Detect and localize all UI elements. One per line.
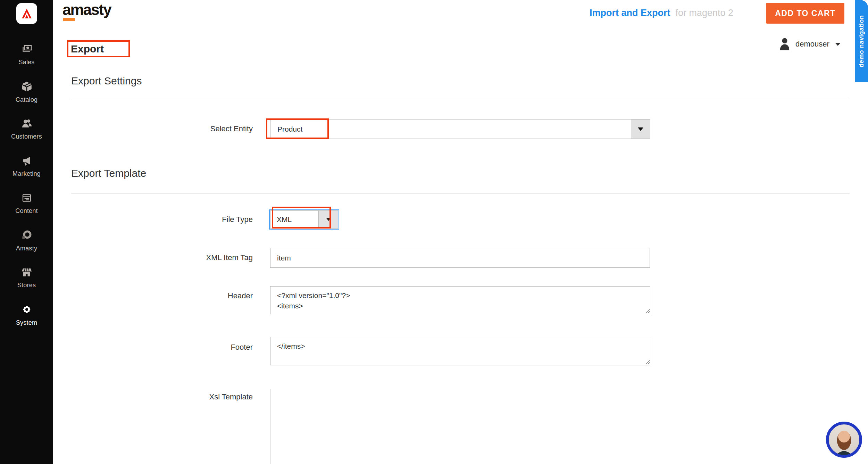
sidebar-item-marketing[interactable]: Marketing: [0, 148, 53, 185]
field-label-xsl-template: Xsl Template: [132, 392, 253, 402]
sidebar-item-catalog[interactable]: Catalog: [0, 73, 53, 110]
sales-icon: [21, 44, 33, 56]
field-label-header: Header: [132, 291, 253, 301]
amasty-icon: [20, 229, 33, 242]
user-menu[interactable]: demouser: [779, 37, 841, 51]
footer-textarea[interactable]: </items>: [270, 337, 650, 365]
sidebar-menu: Sales Catalog Cu: [0, 36, 53, 333]
file-type-value: XML: [277, 211, 292, 228]
user-icon: [779, 38, 790, 50]
sidebar-item-label: Amasty: [16, 245, 37, 252]
customers-icon: [20, 118, 33, 131]
sidebar-item-label: Catalog: [16, 96, 37, 103]
amasty-logo-underline: [63, 18, 75, 21]
field-label-footer: Footer: [132, 342, 253, 352]
field-label-xml-item-tag: XML Item Tag: [132, 253, 253, 263]
sidebar-item-system[interactable]: System: [0, 296, 53, 333]
sidebar-item-label: Content: [15, 207, 37, 215]
sidebar-item-content[interactable]: Content: [0, 185, 53, 222]
adobe-logo[interactable]: [16, 3, 37, 24]
system-gear-icon: [21, 304, 33, 317]
field-label-select-entity: Select Entity: [132, 124, 253, 134]
sidebar-item-sales[interactable]: Sales: [0, 36, 53, 73]
sidebar-item-label: Sales: [18, 59, 34, 66]
amasty-logo-text: amasty: [62, 1, 111, 18]
section-heading-export-settings: Export Settings: [71, 75, 142, 87]
xml-item-tag-input[interactable]: [270, 248, 650, 268]
page-title-box: Export: [68, 41, 130, 57]
sidebar-item-customers[interactable]: Customers: [0, 110, 53, 148]
stores-icon: [21, 267, 33, 279]
page-title: Export: [71, 43, 104, 55]
chevron-down-icon: [638, 127, 643, 131]
section-heading-export-template: Export Template: [71, 167, 146, 179]
select-entity-arrow-button[interactable]: [631, 119, 650, 139]
chevron-down-icon: [835, 43, 841, 46]
chat-avatar[interactable]: [826, 422, 862, 458]
file-type-arrow-button[interactable]: [318, 211, 338, 228]
marketing-icon: [21, 155, 33, 168]
sidebar-item-label: Stores: [17, 282, 36, 289]
sidebar-item-stores[interactable]: Stores: [0, 259, 53, 296]
demo-navigation-tab[interactable]: demo navigation: [855, 0, 868, 82]
add-to-cart-button[interactable]: ADD TO CART: [766, 3, 844, 24]
section-divider: [71, 193, 850, 193]
sidebar-item-label: System: [16, 319, 37, 326]
field-label-file-type: File Type: [132, 215, 253, 224]
chevron-down-icon: [326, 218, 331, 221]
sidebar-item-label: Marketing: [12, 170, 41, 177]
textarea-resize-handle[interactable]: [645, 308, 650, 313]
file-type-dropdown[interactable]: XML: [270, 210, 338, 229]
page-content: Export demouser Export Settings Select E…: [53, 32, 868, 464]
xsl-template-editor[interactable]: [270, 389, 650, 464]
product-name-link[interactable]: Import and Export: [590, 8, 670, 18]
section-divider: [71, 100, 850, 100]
top-header: amasty Import and Export for magento 2 A…: [53, 0, 868, 31]
product-headline: Import and Export for magento 2: [590, 8, 733, 18]
select-entity-dropdown[interactable]: Product: [270, 119, 650, 139]
amasty-logo[interactable]: amasty: [62, 2, 111, 21]
adobe-a-icon: [20, 7, 34, 20]
user-name: demouser: [795, 40, 829, 49]
product-suffix: for magento 2: [676, 8, 734, 18]
sidebar-item-amasty[interactable]: Amasty: [0, 222, 53, 259]
admin-sidebar: Sales Catalog Cu: [0, 0, 53, 464]
sidebar-item-label: Customers: [11, 133, 42, 140]
header-textarea[interactable]: <?xml version="1.0"?> <items>: [270, 286, 650, 314]
select-entity-value: Product: [277, 119, 302, 139]
content-icon: [21, 192, 33, 205]
textarea-resize-handle[interactable]: [645, 359, 650, 364]
catalog-icon: [21, 81, 33, 94]
